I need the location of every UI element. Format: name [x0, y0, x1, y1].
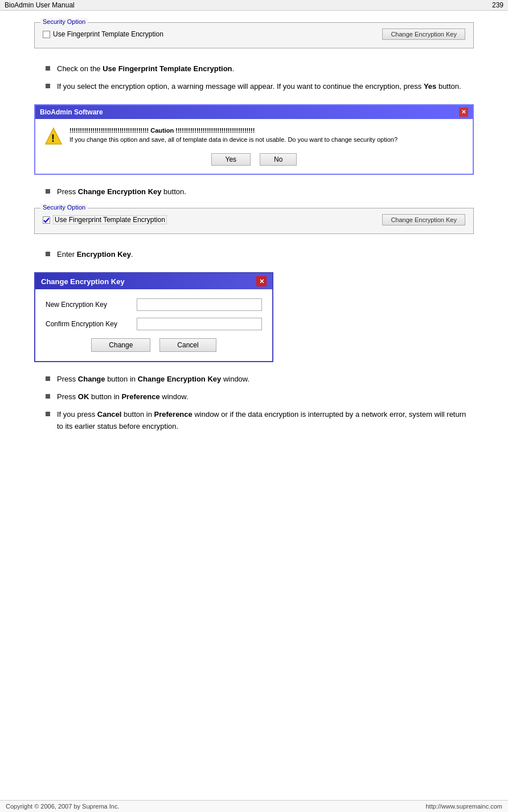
fingerprint-encryption-checkbox-label-2[interactable]: Use Fingerprint Template Encryption: [43, 215, 167, 224]
page-number: 239: [492, 1, 503, 9]
bold-change-key: Change Encryption Key: [78, 187, 162, 196]
security-option-row-1: Use Fingerprint Template Encryption Chan…: [43, 28, 465, 40]
security-option-panel-checked: Security Option Use Fingerprint Template…: [34, 208, 474, 234]
confirm-key-label: Confirm Encryption Key: [46, 320, 137, 328]
cek-close-btn[interactable]: ✕: [256, 276, 267, 286]
change-encryption-key-dialog: Change Encryption Key ✕ New Encryption K…: [34, 272, 273, 362]
footer-url: http://www.supremainc.com: [426, 803, 503, 810]
bullet-section-2: Press Change Encryption Key button.: [46, 186, 474, 198]
bullet-item-1: Check on the Use Fingerprint Template En…: [46, 63, 474, 75]
fingerprint-checkbox-unchecked[interactable]: [43, 31, 50, 38]
content-area: Security Option Use Fingerprint Template…: [0, 11, 508, 454]
bullet-text-5: Press Change button in Change Encryption…: [57, 374, 249, 386]
cek-cancel-btn[interactable]: Cancel: [159, 338, 216, 352]
bullet-text-1: Check on the Use Fingerprint Template En…: [57, 63, 234, 75]
caution-text: !!!!!!!!!!!!!!!!!!!!!!!!!!!!!!!!!!!!!! C…: [69, 127, 398, 134]
dialog-title-bar: BioAdmin Software ✕: [35, 105, 473, 119]
bullet-item-3: Press Change Encryption Key button.: [46, 186, 474, 198]
bullet-section-3: Enter Encryption Key.: [46, 249, 474, 261]
cek-action-buttons: Change Cancel: [46, 338, 262, 352]
bold-encryption-key: Encryption Key: [77, 250, 131, 259]
bioadmin-warning-dialog: BioAdmin Software ✕ ! !!!!!!!!!!!!!!!!!!…: [34, 104, 474, 175]
yes-button[interactable]: Yes: [211, 153, 251, 166]
footer-bar: Copyright © 2006, 2007 by Suprema Inc. h…: [0, 800, 508, 812]
bullet-item-5: Press Change button in Change Encryption…: [46, 374, 474, 386]
bullet-icon-7: [46, 412, 50, 416]
bold-use-fingerprint: Use Fingerprint Template Encryption: [103, 64, 232, 73]
bullet-section-4: Press Change button in Change Encryption…: [46, 374, 474, 432]
cek-change-btn[interactable]: Change: [91, 338, 150, 352]
security-option-legend-2: Security Option: [40, 204, 88, 211]
new-key-input[interactable]: [137, 298, 262, 311]
warning-text-block: !!!!!!!!!!!!!!!!!!!!!!!!!!!!!!!!!!!!!! C…: [69, 127, 398, 143]
no-button[interactable]: No: [260, 153, 297, 166]
bold-change-btn: Change: [78, 375, 105, 383]
bullet-icon-6: [46, 394, 50, 399]
bold-cek-window: Change Encryption Key: [138, 375, 222, 383]
fingerprint-checkbox-checked[interactable]: [43, 216, 50, 224]
dialog-body: ! !!!!!!!!!!!!!!!!!!!!!!!!!!!!!!!!!!!!!!…: [35, 119, 473, 174]
dialog-close-btn[interactable]: ✕: [459, 108, 468, 117]
security-option-row-2: Use Fingerprint Template Encryption Chan…: [43, 214, 465, 225]
bullet-text-4: Enter Encryption Key.: [57, 249, 133, 261]
fingerprint-encryption-checkbox-label[interactable]: Use Fingerprint Template Encryption: [43, 30, 163, 38]
bullet-icon-2: [46, 84, 50, 88]
security-option-legend-1: Security Option: [40, 18, 88, 25]
footer-copyright: Copyright © 2006, 2007 by Suprema Inc.: [6, 803, 120, 810]
cek-title-text: Change Encryption Key: [41, 277, 125, 286]
cek-title-bar: Change Encryption Key ✕: [35, 273, 272, 289]
bullet-icon-3: [46, 189, 50, 194]
confirm-key-row: Confirm Encryption Key: [46, 318, 262, 330]
warning-body-text: If you change this option and save, all …: [69, 136, 398, 143]
checkmark-icon: [43, 217, 50, 223]
bullet-text-6: Press OK button in Preference window.: [57, 391, 189, 403]
new-key-label: New Encryption Key: [46, 301, 137, 309]
dialog-action-buttons: Yes No: [44, 153, 464, 166]
dialog-warning-row: ! !!!!!!!!!!!!!!!!!!!!!!!!!!!!!!!!!!!!!!…: [44, 127, 464, 145]
fingerprint-encryption-label-1: Use Fingerprint Template Encryption: [53, 30, 163, 38]
bullet-text-7: If you press Cancel button in Preference…: [57, 409, 474, 433]
bullet-text-2: If you select the encryption option, a w…: [57, 81, 461, 93]
new-key-row: New Encryption Key: [46, 298, 262, 311]
bullet-item-2: If you select the encryption option, a w…: [46, 81, 474, 93]
bullet-icon-5: [46, 376, 50, 381]
svg-text:!: !: [51, 133, 55, 144]
header-title: BioAdmin User Manual: [5, 1, 75, 9]
dialog-title-text: BioAdmin Software: [40, 108, 103, 116]
bullet-icon-4: [46, 252, 50, 256]
fingerprint-encryption-label-2: Use Fingerprint Template Encryption: [53, 215, 167, 224]
change-encryption-key-btn-1[interactable]: Change Encryption Key: [382, 28, 465, 40]
bullet-text-3: Press Change Encryption Key button.: [57, 186, 186, 198]
bold-yes: Yes: [424, 82, 436, 91]
cek-body: New Encryption Key Confirm Encryption Ke…: [35, 289, 272, 361]
security-option-panel-unchecked: Security Option Use Fingerprint Template…: [34, 22, 474, 48]
bullet-icon-1: [46, 66, 50, 71]
bold-cancel-btn: Cancel: [97, 410, 122, 419]
bold-preference-window-2: Preference: [154, 410, 192, 419]
bullet-item-6: Press OK button in Preference window.: [46, 391, 474, 403]
bullet-item-4: Enter Encryption Key.: [46, 249, 474, 261]
header-bar: BioAdmin User Manual 239: [0, 0, 508, 11]
confirm-key-input[interactable]: [137, 318, 262, 330]
bullet-section-1: Check on the Use Fingerprint Template En…: [46, 63, 474, 93]
change-encryption-key-btn-2[interactable]: Change Encryption Key: [382, 214, 465, 225]
warning-triangle-icon: !: [44, 127, 63, 145]
bold-ok-btn: OK: [78, 392, 89, 401]
bold-preference-window: Preference: [121, 392, 159, 401]
bullet-item-7: If you press Cancel button in Preference…: [46, 409, 474, 433]
